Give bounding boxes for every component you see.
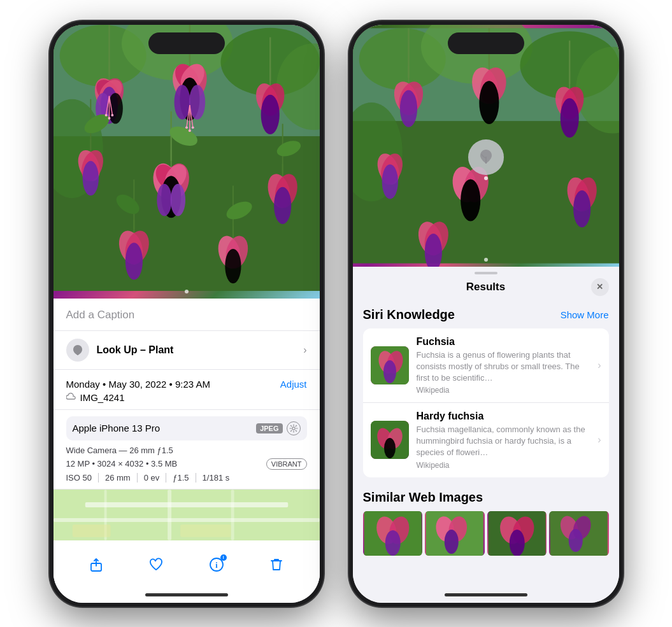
show-more-button[interactable]: Show More [561,309,609,320]
vibrant-badge: VIBRANT [266,458,307,470]
exif-ev: 0 ev [138,473,167,483]
gear-icon [289,424,298,433]
knowledge-item-fuchsia[interactable]: Fuchsia Fuchsia is a genus of flowering … [363,328,609,404]
home-indicator [145,593,228,596]
svg-point-73 [185,126,188,129]
svg-point-146 [569,529,583,552]
exif-iso: ISO 50 [66,473,99,483]
visual-lookup-dot [484,176,488,180]
right-dynamic-island [448,32,524,54]
svg-text:i: i [215,561,218,570]
svg-point-138 [445,530,459,554]
hardy-fuchsia-name: Hardy fuchsia [417,411,590,422]
caption-area[interactable]: Add a Caption [54,299,320,331]
right-photo-view[interactable] [353,25,619,267]
caption-placeholder: Add a Caption [66,309,135,321]
results-close-button[interactable]: ✕ [591,278,609,296]
svg-point-69 [111,113,113,116]
hardy-fuchsia-chevron: › [597,434,601,446]
cloud-icon [66,393,76,402]
exif-focal: 26 mm [99,473,138,483]
similar-image-2[interactable] [425,511,485,556]
svg-point-50 [225,248,241,283]
meta-date-row: Monday • May 30, 2022 • 9:23 AM Adjust [66,379,307,390]
adjust-button[interactable]: Adjust [280,379,307,390]
fuchsia-desc: Fuchsia is a genus of flowering plants t… [417,349,590,384]
hardy-fuchsia-source: Wikipedia [417,461,590,470]
svg-point-42 [274,187,291,223]
filename-text: IMG_4241 [80,392,125,403]
svg-point-107 [560,98,578,137]
visual-lookup-button[interactable] [468,139,504,175]
trash-icon [269,557,283,572]
svg-point-67 [104,113,107,116]
close-icon: ✕ [596,282,603,292]
fuchsia-content: Fuchsia Fuchsia is a genus of flowering … [417,336,590,395]
camera-lens: Wide Camera — 26 mm ƒ1.5 [66,446,307,455]
lookup-icon-circle [66,339,89,362]
svg-point-30 [82,160,98,195]
exif-shutter: 1/181 s [196,473,236,483]
meta-section: Monday • May 30, 2022 • 9:23 AM Adjust I… [54,370,320,410]
left-phone-screen: Add a Caption Look Up – Plant › [54,25,320,603]
meta-filename: IMG_4241 [66,392,307,403]
svg-rect-85 [180,524,231,537]
format-badge: JPEG [256,423,282,433]
left-phone: Add a Caption Look Up – Plant › [50,21,324,607]
delete-button[interactable] [262,551,290,579]
similar-images-title: Similar Web Images [363,490,609,505]
exif-row: ISO 50 26 mm 0 ev ƒ1.5 1/181 s [66,473,307,483]
svg-point-14 [108,92,122,123]
share-button[interactable] [82,551,110,579]
photo-view[interactable] [54,25,320,299]
photo-toolbar: i i [54,546,320,584]
dynamic-island [148,32,225,54]
svg-point-142 [509,530,524,556]
lookup-row[interactable]: Look Up – Plant › [54,331,320,370]
right-home-indicator [445,593,527,596]
hardy-fuchsia-desc: Fuchsia magellanica, commonly known as t… [417,424,590,459]
svg-point-46 [125,243,142,279]
map-section[interactable] [54,490,320,540]
device-section: Apple iPhone 13 Pro JPEG Wide Camera [54,410,320,490]
fuchsia-source: Wikipedia [417,386,590,395]
svg-point-68 [108,116,110,119]
lookup-label: Look Up – Plant [97,344,174,356]
meta-date: Monday • May 30, 2022 • 9:23 AM [66,379,210,390]
similar-image-4[interactable] [549,511,609,556]
siri-knowledge-section: Siri Knowledge Show More [353,300,619,483]
svg-point-116 [573,190,590,227]
device-badges: JPEG [256,421,300,435]
hardy-fuchsia-thumbnail [371,421,409,459]
device-row: Apple iPhone 13 Pro JPEG [66,416,307,440]
share-icon [89,557,104,572]
svg-point-130 [384,438,396,458]
right-photo-page-indicator [484,258,488,262]
settings-icon[interactable] [287,421,301,435]
right-phone-screen: Results ✕ Siri Knowledge Show More [353,25,619,603]
similar-image-1[interactable] [363,511,423,556]
knowledge-item-hardy-fuchsia[interactable]: Hardy fuchsia Fuchsia magellanica, commo… [363,403,609,477]
leaf-lookup-icon [476,148,496,167]
svg-point-99 [399,90,417,127]
mp-text: 12 MP • 3024 × 4032 • 3.5 MB [66,459,178,468]
svg-point-22 [189,85,204,119]
svg-rect-79 [85,502,287,507]
svg-point-134 [385,530,400,556]
device-name: Apple iPhone 13 Pro [73,423,161,433]
hardy-fuchsia-content: Hardy fuchsia Fuchsia magellanica, commo… [417,411,590,470]
results-header: Results ✕ [353,274,619,300]
leaf-icon [71,344,84,356]
heart-icon [148,557,164,572]
similar-web-images-section: Similar Web Images [353,483,619,561]
svg-point-126 [383,360,396,383]
favorite-button[interactable] [142,551,170,579]
similar-image-3[interactable] [487,511,547,556]
svg-point-26 [261,94,279,134]
svg-point-110 [382,164,397,199]
info-button[interactable]: i i [203,551,231,579]
svg-rect-82 [231,490,234,540]
svg-point-74 [188,129,190,132]
fuchsia-thumbnail [371,346,409,384]
siri-knowledge-title: Siri Knowledge [363,307,455,322]
